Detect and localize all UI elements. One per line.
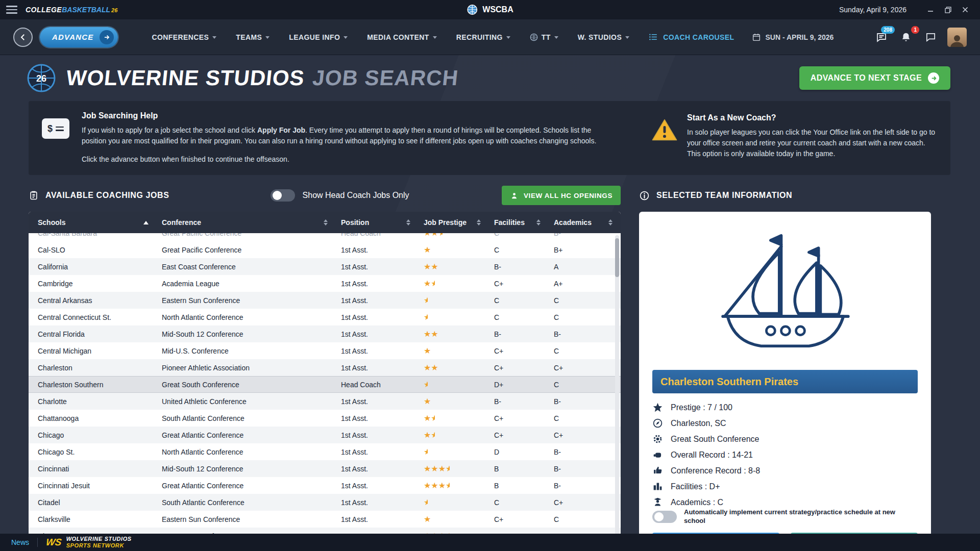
chat-button[interactable] xyxy=(923,30,938,45)
messages-button[interactable]: 208 xyxy=(874,30,889,45)
close-button[interactable] xyxy=(957,3,974,17)
head-coach-only-toggle[interactable] xyxy=(271,189,295,202)
table-row[interactable]: Cincinnati JesuitGreat Atlantic Conferen… xyxy=(29,477,621,494)
table-row[interactable]: Central ArkansasEastern Sun Conference1s… xyxy=(29,292,621,309)
cell-facilities: C xyxy=(489,498,549,507)
column-header-job-prestige[interactable]: Job Prestige xyxy=(419,212,489,233)
column-header-academics[interactable]: Academics xyxy=(549,212,621,233)
auto-strategy-toggle[interactable] xyxy=(652,511,677,523)
nav-item-label: MEDIA CONTENT xyxy=(367,33,429,41)
team-stat: Great South Conference xyxy=(652,433,918,445)
chevron-down-icon xyxy=(506,36,510,39)
table-row-partial: Cal-Santa BarbaraGreat Pacific Conferenc… xyxy=(29,233,621,241)
table-scrollbar-thumb[interactable] xyxy=(615,238,619,277)
cell-position: 1st Asst. xyxy=(336,414,419,422)
user-avatar[interactable] xyxy=(947,28,967,47)
help-body-2: Click the advance button when finished t… xyxy=(82,154,602,165)
jobs-panel-title: AVAILABLE COACHING JOBS xyxy=(45,191,169,200)
table-row[interactable]: CincinnatiMid-South 12 Conference1st Ass… xyxy=(29,460,621,477)
cell-position: 1st Asst. xyxy=(336,296,419,305)
table-row[interactable]: Cal-Santa BarbaraGreat Pacific Conferenc… xyxy=(29,233,621,241)
table-row[interactable]: Charleston SouthernGreat South Conferenc… xyxy=(29,376,621,393)
star-icon: ★ xyxy=(424,364,431,372)
back-button[interactable] xyxy=(13,28,33,47)
half-star-glyph: ★ xyxy=(424,448,428,456)
column-header-position[interactable]: Position xyxy=(336,212,419,233)
table-row[interactable]: CitadelSouth Atlantic Conference1st Asst… xyxy=(29,494,621,511)
footer-logo-line1: WOLVERINE STUDIOS xyxy=(66,536,132,542)
cell-job-prestige: ★ xyxy=(419,347,489,355)
hamburger-menu-icon[interactable] xyxy=(6,6,17,14)
team-panel: SELECTED TEAM INFORMATION xyxy=(639,184,931,551)
cell-position: 1st Asst. xyxy=(336,448,419,456)
nav-item-recruiting[interactable]: RECRUITING xyxy=(456,33,510,41)
table-row[interactable]: CharlotteUnited Athletic Conference1st A… xyxy=(29,393,621,410)
table-row[interactable]: Cal-SLOGreat Pacific Conference1st Asst.… xyxy=(29,241,621,258)
half-star-icon: ★ xyxy=(446,482,450,490)
column-header-conference[interactable]: Conference xyxy=(157,212,336,233)
cell-position: 1st Asst. xyxy=(336,330,419,338)
minimize-button[interactable] xyxy=(922,3,939,17)
cell-academics: C xyxy=(549,347,621,355)
nav-item-coach-carousel[interactable]: COACH CAROUSEL xyxy=(649,32,734,42)
view-all-hc-openings-button[interactable]: VIEW ALL HC OPENINGS xyxy=(502,186,621,205)
cell-conference: Mid-U.S. Conference xyxy=(157,347,336,355)
notifications-button[interactable]: 1 xyxy=(898,30,914,45)
nav-item-w-studios[interactable]: W. STUDIOS xyxy=(578,33,629,41)
table-row[interactable]: Central MichiganMid-U.S. Conference1st A… xyxy=(29,342,621,359)
gear-icon xyxy=(652,434,663,444)
table-row[interactable]: CambridgeAcademia League1st Asst.★★C+A+ xyxy=(29,275,621,292)
advance-to-next-stage-button[interactable]: ADVANCE TO NEXT STAGE xyxy=(799,66,950,90)
nav-item-tt[interactable]: TT xyxy=(530,33,558,41)
half-star-glyph: ★ xyxy=(431,431,435,439)
nav-item-label: RECRUITING xyxy=(456,33,503,41)
cell-school: Chattanooga xyxy=(29,414,157,422)
cell-job-prestige: ★★ xyxy=(419,364,489,372)
column-header-schools[interactable]: Schools xyxy=(29,212,157,233)
advance-button[interactable]: ADVANCE xyxy=(40,27,118,47)
game-logo-icon: 26 xyxy=(27,63,56,93)
table-row[interactable]: ChicagoGreat Atlantic Conference1st Asst… xyxy=(29,427,621,443)
nav-item-teams[interactable]: TEAMS xyxy=(236,33,270,41)
cell-conference: Academia League xyxy=(157,280,336,288)
table-row[interactable]: CaliforniaEast Coast Conference1st Asst.… xyxy=(29,258,621,275)
cell-position: 1st Asst. xyxy=(336,465,419,473)
nav-item-league-info[interactable]: LEAGUE INFO xyxy=(289,33,348,41)
nav-item-conferences[interactable]: CONFERENCES xyxy=(152,33,216,41)
table-row[interactable]: ChattanoogaSouth Atlantic Conference1st … xyxy=(29,410,621,427)
sort-triangle-down xyxy=(608,223,612,226)
table-row[interactable]: Central Connecticut St.North Atlantic Co… xyxy=(29,309,621,325)
team-stat: Conference Record : 8-8 xyxy=(652,465,918,477)
cell-school: Charleston Southern xyxy=(29,381,157,389)
column-header-facilities[interactable]: Facilities xyxy=(489,212,549,233)
page-title-sub: JOB SEARCH xyxy=(311,66,459,90)
advance-stage-label: ADVANCE TO NEXT STAGE xyxy=(811,73,922,83)
star-icon: ★ xyxy=(438,465,446,473)
star-icon: ★ xyxy=(424,246,431,254)
cell-academics: B- xyxy=(549,465,621,473)
table-row[interactable]: ClarksvilleEastern Sun Conference1st Ass… xyxy=(29,511,621,528)
half-star-glyph: ★ xyxy=(431,280,435,288)
cell-school: Citadel xyxy=(29,498,157,507)
table-row[interactable]: Central FloridaMid-South 12 Conference1s… xyxy=(29,325,621,342)
cell-academics: B- xyxy=(549,448,621,456)
maximize-button[interactable] xyxy=(939,3,957,17)
nav-item-media-content[interactable]: MEDIA CONTENT xyxy=(367,33,436,41)
jobs-panel: AVAILABLE COACHING JOBS Show Head Coach … xyxy=(29,184,621,551)
table-row[interactable]: CharlestonPioneer Athletic Association1s… xyxy=(29,359,621,376)
cell-academics: C xyxy=(549,515,621,523)
half-star-glyph: ★ xyxy=(438,233,443,237)
cell-job-prestige: ★★★★ xyxy=(419,465,489,473)
cell-school: Clarksville xyxy=(29,515,157,523)
star-icon: ★ xyxy=(424,263,431,271)
table-scrollbar[interactable] xyxy=(615,235,619,551)
team-panel-title: SELECTED TEAM INFORMATION xyxy=(656,191,792,200)
star-icon: ★ xyxy=(424,397,431,406)
table-row[interactable]: Chicago St.North Atlantic Conference1st … xyxy=(29,443,621,460)
sort-icon xyxy=(608,219,612,226)
star-icon: ★ xyxy=(424,482,431,490)
nav-item-label: CONFERENCES xyxy=(152,33,209,41)
cell-position: 1st Asst. xyxy=(336,246,419,254)
news-link[interactable]: News xyxy=(11,538,29,546)
help-body-1-pre: If you wish to apply for a job select th… xyxy=(82,126,257,134)
